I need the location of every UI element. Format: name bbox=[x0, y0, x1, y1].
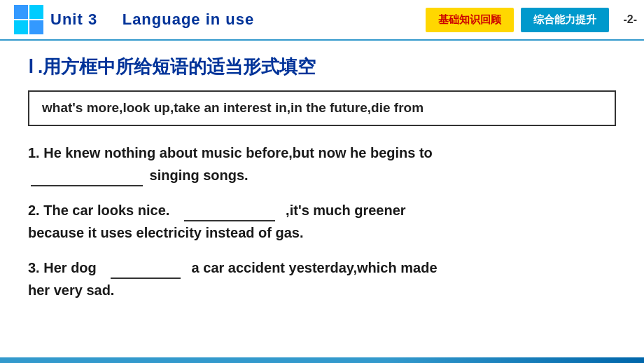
page-number: -2- bbox=[623, 13, 637, 26]
header-title: Unit 3 Language in use bbox=[50, 11, 426, 29]
exercise-1-before: He knew nothing about music before,but n… bbox=[43, 145, 433, 160]
logo-icon bbox=[14, 5, 43, 34]
exercise-2-before: The car looks nice. bbox=[43, 203, 177, 218]
exercise-1-after: singing songs. bbox=[150, 167, 248, 183]
section-title: Ⅰ .用方框中所给短语的适当形式填空 bbox=[28, 55, 616, 79]
exercise-1-number: 1. bbox=[28, 145, 40, 160]
exercise-3-after: a car accident yesterday,which made bbox=[188, 260, 437, 275]
exercise-3-text: 3. Her dog a car accident yesterday,whic… bbox=[28, 256, 616, 301]
exercise-2-after: because it uses electricity instead of g… bbox=[28, 225, 304, 240]
exercise-2-text: 2. The car looks nice. ,it's much greene… bbox=[28, 199, 616, 244]
language-in-use-label: Language in use bbox=[122, 11, 255, 28]
basic-knowledge-button[interactable]: 基础知识回顾 bbox=[426, 8, 514, 32]
section-instruction: .用方框中所给短语的适当形式填空 bbox=[38, 55, 316, 79]
exercise-2-number: 2. bbox=[28, 203, 40, 218]
unit-label: Unit 3 bbox=[50, 11, 97, 28]
exercise-2: 2. The car looks nice. ,it's much greene… bbox=[28, 199, 616, 244]
phrase-box: what's more,look up,take an interest in,… bbox=[28, 90, 616, 126]
exercise-1-blank[interactable] bbox=[31, 171, 143, 186]
header: Unit 3 Language in use 基础知识回顾 综合能力提升 -2- bbox=[0, 0, 644, 41]
comprehensive-ability-button[interactable]: 综合能力提升 bbox=[521, 8, 609, 32]
exercise-1-text: 1. He knew nothing about music before,bu… bbox=[28, 142, 616, 186]
exercise-3-after2: her very sad. bbox=[28, 282, 114, 298]
exercise-2-blank[interactable] bbox=[184, 206, 275, 221]
logo-sq2 bbox=[29, 5, 43, 19]
logo-sq3 bbox=[14, 20, 28, 34]
exercise-3-number: 3. bbox=[28, 260, 40, 275]
bottom-bar bbox=[0, 357, 644, 363]
logo-sq4 bbox=[29, 20, 43, 34]
exercise-3-blank[interactable] bbox=[111, 263, 181, 279]
roman-numeral: Ⅰ bbox=[28, 56, 34, 78]
exercise-1: 1. He knew nothing about music before,bu… bbox=[28, 142, 616, 186]
main-content: Ⅰ .用方框中所给短语的适当形式填空 what's more,look up,t… bbox=[0, 41, 644, 328]
exercise-3: 3. Her dog a car accident yesterday,whic… bbox=[28, 256, 616, 301]
header-buttons: 基础知识回顾 综合能力提升 bbox=[426, 8, 609, 32]
logo-sq1 bbox=[14, 5, 28, 19]
exercise-2-middle: ,it's much greener bbox=[282, 203, 406, 218]
exercise-3-before: Her dog bbox=[43, 260, 104, 275]
